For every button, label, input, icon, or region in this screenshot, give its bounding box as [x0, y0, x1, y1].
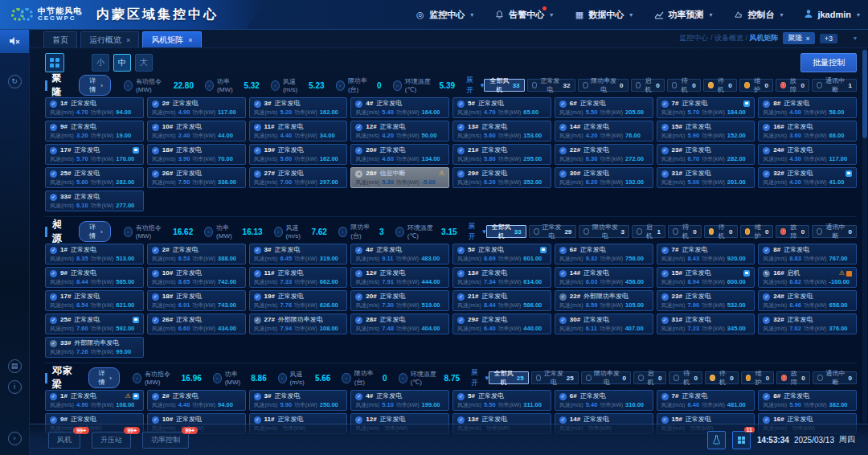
filter-chip-normal[interactable]: 正常发电25 — [531, 371, 579, 384]
nav-power-forecast[interactable]: 功率预测 ▾ — [653, 9, 712, 21]
turbine-card[interactable]: ✓19#正常发电风速(m/s)7.76功率(kW)626.00 — [249, 290, 348, 311]
notifications-button[interactable]: 11 — [732, 431, 751, 449]
turbine-card[interactable]: ✓11#正常发电风速(m/s)7.33功率(kW)662.00 — [249, 267, 348, 288]
turbine-card[interactable]: ●28#信息中断⚠风速(m/s)5.30功率(kW)-5.00 — [350, 167, 449, 188]
turbine-card[interactable]: ✓32#正常发电风速(m/s)7.02功率(kW)376.00 — [758, 314, 857, 334]
turbine-card[interactable]: ✓12#正常发电风速(m/s)7.91功率(kW)444.00 — [350, 267, 449, 288]
turbine-card[interactable]: ✓17#正常发电风速(m/s)8.54功率(kW)621.00 — [45, 290, 144, 311]
filter-chip-start[interactable]: 启机0 — [633, 371, 667, 384]
turbine-card[interactable]: ✓10#正常发电风速(m/s)2.40功率(kW)44.00 — [147, 121, 246, 141]
turbine-card[interactable]: ✓21#正常发电风速(m/s)5.80功率(kW)295.00 — [452, 144, 551, 165]
size-large-button[interactable]: 大 — [135, 54, 153, 72]
nav-alarm-center[interactable]: 告警中心 ▾ — [494, 9, 553, 21]
turbine-card[interactable]: ✓6#正常发电风速(m/s)9.32功率(kW)756.00 — [555, 244, 653, 264]
turbine-card[interactable]: ✓8#正常发电风速(m/s)8.83功率(kW)767.00 — [758, 244, 857, 264]
filter-chip-stop[interactable]: 停机0 — [704, 225, 738, 238]
farm-detail-button[interactable]: 详情› — [79, 75, 111, 96]
footer-turbine-button[interactable]: 风机 99+ — [48, 432, 80, 449]
turbine-card[interactable]: ✓23#正常发电风速(m/s)6.70功率(kW)282.00 — [657, 144, 755, 165]
turbine-card[interactable]: ✓31#正常发电风速(m/s)7.23功率(kW)345.00 — [657, 314, 755, 334]
turbine-card[interactable]: ↻16#启机⚠风速(m/s)6.82功率(kW)-100.00 — [758, 267, 857, 288]
turbine-card[interactable]: ✓14#正常发电风速(m/s)6.03功率(kW)456.00 — [555, 267, 653, 288]
turbine-card[interactable]: ✓3#正常发电风速(m/s)6.45功率(kW)319.00 — [249, 244, 348, 264]
filter-chip-maintain[interactable]: 维护0 — [741, 371, 775, 384]
expand-link[interactable]: 展开▾ — [469, 221, 486, 242]
close-icon[interactable]: × — [188, 36, 192, 44]
expand-link[interactable]: 展开▾ — [471, 367, 489, 388]
filter-chip-maintain[interactable]: 维护0 — [739, 79, 773, 92]
turbine-card[interactable]: ✓22#正常发电风速(m/s)6.30功率(kW)272.00 — [555, 144, 653, 165]
filter-chip-comm[interactable]: 通讯中断1 — [812, 79, 857, 92]
turbine-card[interactable]: ✓13#正常发电风速(m/s)7.34功率(kW)614.00 — [452, 267, 551, 288]
close-icon[interactable]: × — [805, 35, 809, 43]
close-icon[interactable]: × — [126, 36, 130, 44]
filter-chip-fault[interactable]: !故障0 — [776, 371, 810, 384]
turbine-card[interactable]: ✓17#正常发电风速(m/s)5.70功率(kW)170.00 — [45, 144, 144, 165]
turbine-card[interactable]: ✓30#正常发电风速(m/s)6.20功率(kW)192.00 — [555, 167, 653, 188]
turbine-card[interactable]: ✓3#正常发电风速(m/s)5.90功率(kW)250.00 — [249, 390, 348, 411]
turbine-card[interactable]: ✓7#正常发电风速(m/s)5.70功率(kW)184.00 — [657, 97, 755, 118]
turbine-card[interactable]: ✓28#正常发电风速(m/s)7.48功率(kW)404.00 — [350, 314, 449, 334]
turbine-card[interactable]: ✓18#正常发电风速(m/s)3.90功率(kW)70.00 — [147, 144, 246, 165]
layout-grid-button[interactable] — [45, 53, 64, 72]
filter-chip-stop[interactable]: 停机0 — [705, 371, 739, 384]
filter-chip-comm[interactable]: 通讯中断0 — [812, 225, 857, 238]
turbine-card[interactable]: ✓30#正常发电风速(m/s)6.11功率(kW)407.00 — [555, 314, 653, 334]
filter-chip-all[interactable]: 全部风机33 — [484, 79, 524, 92]
turbine-card[interactable]: ✓7#正常发电风速(m/s)8.43功率(kW)920.00 — [657, 244, 755, 264]
turbine-card[interactable]: ✓20#正常发电风速(m/s)4.60功率(kW)134.00 — [350, 144, 449, 165]
turbine-card[interactable]: ✓23#正常发电风速(m/s)7.90功率(kW)532.00 — [657, 290, 755, 311]
footer-substation-button[interactable]: 升压站 99+ — [92, 432, 131, 449]
filter-chip-normal[interactable]: 正常发电29 — [529, 225, 577, 238]
turbine-card[interactable]: ✓5#正常发电风速(m/s)8.69功率(kW)601.00 — [452, 244, 551, 264]
scrollbar-thumb[interactable] — [862, 50, 867, 138]
user-menu[interactable]: jkadmin ▾ — [804, 9, 860, 21]
size-medium-button[interactable]: 中 — [113, 54, 131, 72]
expand-link[interactable]: 展开▾ — [466, 75, 484, 96]
filter-chip-comm[interactable]: 通讯中断0 — [813, 371, 857, 384]
turbine-card[interactable]: ✓20#正常发电风速(m/s)7.30功率(kW)519.00 — [350, 290, 449, 311]
collapse-sidebar-button[interactable]: › — [0, 428, 29, 449]
tab-home[interactable]: 首页 — [43, 31, 77, 47]
info-panel-button[interactable]: i — [0, 376, 29, 397]
turbine-card[interactable]: ✓16#正常发电风速(m/s)3.60功率(kW)68.00 — [758, 121, 857, 141]
filter-chip-standby[interactable]: 待机0 — [667, 79, 701, 92]
mute-audio-button[interactable] — [0, 29, 29, 53]
turbine-card[interactable]: ✓10#正常发电风速(m/s)8.65功率(kW)742.00 — [147, 267, 246, 288]
turbine-card[interactable]: ✓22#外部限功率发电风速(m/s)8.59功率(kW)105.00 — [555, 290, 653, 311]
turbine-card[interactable]: ✓2#正常发电风速(m/s)4.90功率(kW)117.00 — [147, 97, 246, 118]
turbine-card[interactable]: ✓12#正常发电风速(m/s)4.20功率(kW)50.00 — [350, 121, 449, 141]
turbine-card[interactable]: ✓11#正常发电风速(m/s)4.40功率(kW)34.00 — [249, 121, 348, 141]
tab-turbine-matrix[interactable]: 风机矩阵 × — [142, 31, 201, 47]
turbine-card[interactable]: ✓25#正常发电风速(m/s)7.60功率(kW)592.00 — [45, 314, 144, 334]
turbine-card[interactable]: ✓9#正常发电风速(m/s)3.20功率(kW)19.00 — [45, 121, 144, 141]
turbine-card[interactable]: ✓26#正常发电风速(m/s)7.50功率(kW)336.00 — [147, 167, 246, 188]
filter-chip-maintain[interactable]: 维护0 — [740, 225, 774, 238]
filter-chip-start[interactable]: 启机1 — [632, 225, 665, 238]
size-small-button[interactable]: 小 — [92, 54, 109, 72]
turbine-card[interactable]: ✓26#正常发电风速(m/s)6.60功率(kW)434.00 — [147, 314, 246, 334]
filter-chip-standby[interactable]: 待机0 — [669, 371, 702, 384]
filter-chip-all[interactable]: 全部风机33 — [486, 225, 526, 238]
turbine-card[interactable]: ✓6#正常发电风速(m/s)5.40功率(kW)316.00 — [555, 390, 653, 411]
turbine-card[interactable]: ✓1#正常发电⚠风速(m/s)4.90功率(kW)108.00 — [45, 390, 144, 411]
turbine-card[interactable]: ✓24#正常发电风速(m/s)8.46功率(kW)658.00 — [758, 290, 857, 311]
more-tags-chip[interactable]: +3 — [820, 34, 837, 43]
turbine-card[interactable]: ✓4#正常发电风速(m/s)5.40功率(kW)164.00 — [350, 97, 449, 118]
tools-button[interactable] — [707, 431, 726, 449]
filter-chip-fault[interactable]: !故障0 — [776, 79, 809, 92]
turbine-card[interactable]: ✓14#正常发电风速(m/s)4.20功率(kW)76.00 — [555, 121, 653, 141]
turbine-card[interactable]: ✓13#正常发电风速(m/s)5.60功率(kW)153.00 — [452, 121, 551, 141]
turbine-card[interactable]: ✓19#正常发电风速(m/s)5.60功率(kW)162.00 — [249, 144, 348, 165]
turbine-card[interactable]: ✓27#外部限功率发电风速(m/s)7.94功率(kW)108.00 — [249, 314, 348, 334]
batch-control-button[interactable]: 批量控制 — [800, 53, 857, 72]
filter-chip-limit[interactable]: 限功率发电0 — [578, 79, 628, 92]
turbine-card[interactable]: ✓25#正常发电风速(m/s)5.80功率(kW)282.00 — [45, 167, 144, 188]
turbine-card[interactable]: ✓6#正常发电风速(m/s)5.50功率(kW)205.00 — [555, 97, 653, 118]
farm-filter-tag[interactable]: 聚隆 × — [783, 32, 814, 44]
turbine-card[interactable]: ✓5#正常发电风速(m/s)4.70功率(kW)65.00 — [452, 97, 551, 118]
nav-data-center[interactable]: ▦ 数据中心 ▾ — [574, 9, 633, 21]
log-panel-button[interactable]: ▤ — [0, 355, 29, 376]
turbine-card[interactable]: ✓18#正常发电风速(m/s)6.91功率(kW)743.00 — [147, 290, 246, 311]
chevron-down-icon[interactable]: ▾ — [854, 35, 857, 42]
